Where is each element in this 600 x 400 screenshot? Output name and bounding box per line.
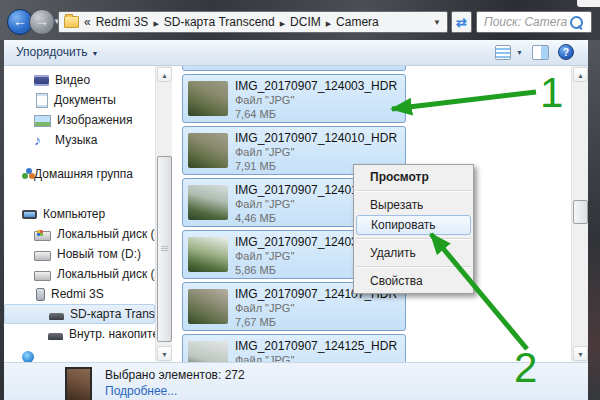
disk-icon	[34, 231, 51, 241]
file-size: 5,86 МБ	[235, 264, 276, 276]
computer-icon	[22, 210, 37, 219]
folder-icon	[64, 16, 79, 28]
breadcrumb-segment[interactable]: DCIM	[290, 15, 321, 29]
file-size: 4,46 МБ	[235, 212, 276, 224]
selected-count-text: Выбрано элементов: 272	[105, 368, 245, 382]
address-dropdown-icon[interactable]: ▼	[433, 18, 447, 27]
video-icon	[34, 75, 49, 86]
address-bar[interactable]: « Redmi 3S▶SD-карта Transcend▶DCIM▶Camer…	[58, 11, 448, 33]
menu-item-копировать[interactable]: Копировать	[356, 215, 471, 235]
sidebar-item-компьютер[interactable]: Компьютер	[4, 204, 155, 224]
file-item-partial[interactable]	[182, 66, 406, 71]
file-type: Файл "JPG"	[235, 198, 294, 210]
sidebar-item-label: Локальный диск (Z:)	[57, 267, 155, 281]
breadcrumb-separator-icon: ▶	[321, 20, 336, 27]
sidebar-item-label: Видео	[55, 73, 90, 87]
sidebar-item-label: Домашняя группа	[34, 167, 133, 181]
explorer-window: ← → ▼ « Redmi 3S▶SD-карта Transcend▶DCIM…	[0, 0, 600, 400]
sidebar-item-локальный-диск-z-[interactable]: Локальный диск (Z:)	[4, 264, 155, 284]
details-link[interactable]: Подробнее...	[105, 384, 177, 398]
menu-item-вырезать[interactable]: Вырезать	[354, 195, 473, 215]
menu-item-свойства[interactable]: Свойства	[354, 271, 473, 291]
menu-separator	[356, 238, 471, 240]
sidebar-item-label: Музыка	[55, 133, 97, 147]
scroll-down-icon[interactable]: ▼	[157, 346, 172, 361]
sidebar-item-redmi-3s[interactable]: Redmi 3S	[4, 284, 155, 304]
preview-pane-icon[interactable]	[532, 45, 549, 60]
sidebar-item-локальный-диск-c-[interactable]: Локальный диск (C:)	[4, 224, 155, 244]
scroll-up-icon[interactable]: ▲	[573, 67, 588, 82]
change-view-caret-icon[interactable]: ▼	[516, 49, 523, 56]
photo-thumbnail	[188, 289, 228, 324]
help-icon[interactable]: ?	[558, 44, 574, 60]
sidebar-item-label: Документы	[54, 93, 116, 107]
window-frame-left	[0, 40, 4, 400]
forward-button[interactable]: →	[29, 9, 55, 35]
sidebar-item-видео[interactable]: Видео	[4, 70, 155, 90]
breadcrumb-segment[interactable]: SD-карта Transcend	[164, 15, 275, 29]
photo-thumbnail	[188, 237, 228, 272]
file-type: Файл "JPG"	[235, 146, 294, 158]
navigation-pane: ВидеоДокументыИзображенияМузыкаДомашняя …	[4, 66, 155, 362]
file-type: Файл "JPG"	[235, 354, 294, 362]
selection-thumbnail	[65, 367, 92, 400]
storage-icon	[48, 333, 63, 340]
sidebar-scrollbar[interactable]: ▲ ▼	[155, 66, 172, 362]
sidebar-item-label: Новый том (D:)	[57, 247, 141, 261]
sidebar-item-домашняя-группа[interactable]: Домашняя группа	[4, 164, 155, 184]
breadcrumb-segment[interactable]: Camera	[336, 15, 379, 29]
breadcrumb-separator-icon: ▶	[275, 20, 290, 27]
refresh-button[interactable]: ⇄	[451, 11, 472, 33]
network-icon	[22, 351, 34, 362]
menu-item-удалить[interactable]: Удалить	[354, 243, 473, 263]
change-view-icon[interactable]	[495, 45, 511, 60]
photo-thumbnail	[188, 81, 228, 116]
file-name: IMG_20170907_12401	[235, 183, 358, 197]
sidebar-item-внутр-накопитель[interactable]: Внутр. накопитель	[4, 324, 155, 344]
window-frame-right	[588, 40, 600, 400]
file-item[interactable]: IMG_20170907_124125_HDRФайл "JPG"	[182, 334, 406, 362]
file-name: IMG_20170907_12403	[235, 235, 358, 249]
sidebar-item-sd-карта-transcend[interactable]: SD-карта Transcend	[4, 304, 155, 324]
photo-thumbnail	[188, 341, 228, 362]
menu-separator	[356, 190, 471, 192]
scroll-up-icon[interactable]: ▲	[157, 67, 172, 82]
file-size: 7,67 МБ	[235, 316, 276, 328]
sd-card-icon	[49, 313, 64, 320]
window-controls-partial[interactable]	[577, 0, 600, 7]
sidebar-item-network[interactable]	[4, 344, 155, 362]
phone-icon	[36, 288, 45, 301]
file-size: 7,91 МБ	[235, 160, 276, 172]
search-box[interactable]: Поиск: Camera	[476, 11, 592, 33]
file-type: Файл "JPG"	[235, 94, 294, 106]
file-list-scrollbar-thumb[interactable]	[573, 200, 588, 224]
sidebar-item-документы[interactable]: Документы	[4, 90, 155, 110]
file-list-scrollbar[interactable]: ▲ ▼	[571, 66, 588, 362]
file-item[interactable]: IMG_20170907_124003_HDRФайл "JPG"7,64 МБ	[182, 74, 406, 123]
sidebar-item-label: SD-карта Transcend	[70, 307, 155, 321]
sidebar-item-label: Внутр. накопитель	[69, 327, 155, 341]
file-size: 7,64 МБ	[235, 108, 276, 120]
homegroup-icon	[22, 173, 28, 179]
file-name: IMG_20170907_124003_HDR	[235, 79, 397, 93]
photo-thumbnail	[188, 133, 228, 168]
breadcrumb-overflow-chevron[interactable]: «	[84, 15, 91, 29]
search-placeholder: Поиск: Camera	[477, 15, 570, 29]
sidebar-item-label: Redmi 3S	[51, 287, 104, 301]
file-type: Файл "JPG"	[235, 250, 294, 262]
menu-separator	[356, 266, 471, 268]
organize-button[interactable]: Упорядочить▼	[16, 45, 98, 59]
sidebar-item-изображения[interactable]: Изображения	[4, 110, 155, 130]
sidebar-item-новый-том-d-[interactable]: Новый том (D:)	[4, 244, 155, 264]
menu-item-просмотр[interactable]: Просмотр	[354, 167, 473, 187]
sidebar-scrollbar-thumb[interactable]	[157, 156, 172, 342]
scroll-down-icon[interactable]: ▼	[573, 346, 588, 361]
sidebar-spacer	[4, 150, 155, 164]
disk-icon	[34, 271, 51, 281]
context-menu: ПросмотрВырезатьКопироватьУдалитьСвойств…	[353, 164, 474, 294]
breadcrumb-segment[interactable]: Redmi 3S	[96, 15, 149, 29]
sidebar-item-музыка[interactable]: Музыка	[4, 130, 155, 150]
organize-label: Упорядочить	[16, 45, 87, 59]
file-type: Файл "JPG"	[235, 302, 294, 314]
sidebar-item-label: Локальный диск (C:)	[57, 227, 155, 241]
